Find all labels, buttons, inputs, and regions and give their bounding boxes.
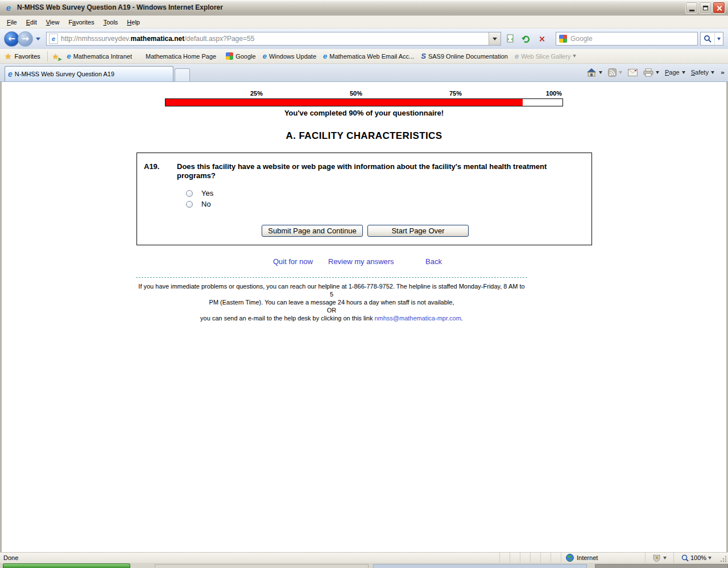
favorite-web-slice-gallery[interactable]: eWeb Slice Gallery [515, 52, 576, 60]
back-link[interactable]: Back [425, 257, 442, 266]
review-my-answers-link[interactable]: Review my answers [328, 257, 394, 266]
rss-feed-icon [608, 68, 617, 77]
chevron-down-icon [682, 71, 685, 74]
submit-page-button[interactable]: Submit Page and Continue [262, 225, 363, 237]
section-title: A. FACILITY CHARACTERISTICS [2, 130, 726, 142]
ie-page-icon: e [323, 52, 327, 60]
quit-for-now-link[interactable]: Quit for now [273, 257, 313, 266]
menu-favorites[interactable]: Favorites [64, 17, 98, 27]
chevron-down-icon [493, 38, 497, 40]
address-bar[interactable]: e http://nmhsssurveydev.mathematica.net/… [46, 32, 501, 46]
print-button[interactable] [640, 65, 662, 79]
feeds-button[interactable] [605, 65, 625, 79]
add-favorite-button[interactable]: ★➤ [52, 51, 59, 61]
favorite-mathematica-home-page[interactable]: Mathematica Home Page [146, 53, 216, 60]
button-row: Submit Page and Continue Start Page Over [262, 225, 469, 237]
window-title: N-MHSS Web Survey Question A19 - Windows… [17, 3, 223, 11]
restore-button[interactable] [699, 2, 712, 14]
forward-button[interactable]: → [18, 31, 33, 47]
favorite-google[interactable]: Google [223, 52, 255, 60]
search-magnifier-icon [704, 35, 712, 43]
search-box[interactable] [556, 32, 698, 46]
favorite-mathematica-intranet[interactable]: eMathematica Intranet [67, 52, 132, 60]
option-yes: Yes [186, 189, 213, 197]
search-button-group [700, 32, 723, 46]
home-button[interactable] [584, 65, 605, 79]
refresh-button[interactable] [519, 32, 533, 46]
radio-yes[interactable] [186, 190, 193, 197]
navigation-bar: ← → e http://nmhsssurveydev.mathematica.… [0, 28, 728, 49]
tab-title: N-MHSS Web Survey Question A19 [15, 71, 114, 77]
mail-icon [628, 69, 638, 76]
minimize-button[interactable] [685, 2, 698, 14]
progress-message: You've completed 90% of your questionnai… [2, 109, 726, 117]
menu-help[interactable]: Help [122, 17, 144, 27]
tick-75: 75% [449, 90, 462, 97]
title-bar: e N-MHSS Web Survey Question A19 - Windo… [0, 0, 728, 15]
address-dropdown-button[interactable] [489, 32, 500, 45]
compatibility-view-button[interactable] [503, 32, 517, 46]
zoom-magnifier-icon [681, 554, 689, 562]
printer-icon [643, 68, 653, 77]
back-button[interactable]: ← [4, 31, 19, 47]
help-email-link[interactable]: nmhss@mathematica-mpr.com [374, 315, 461, 322]
zoom-control[interactable]: 100% [673, 553, 719, 563]
tick-50: 50% [350, 90, 362, 97]
favorite-sas9-documentation[interactable]: SSAS9 Online Documentation [421, 52, 508, 60]
search-options-caret[interactable] [714, 32, 723, 45]
option-no: No [186, 200, 211, 208]
google-favicon-icon [226, 52, 233, 60]
radio-no[interactable] [186, 201, 193, 208]
tab-nmhss-survey[interactable]: e N-MHSS Web Survey Question A19 [5, 66, 173, 81]
progress-tick-labels: 25% 50% 75% 100% [165, 90, 563, 98]
taskbar-button[interactable] [155, 564, 369, 568]
chevron-down-icon [663, 557, 667, 559]
page-menu-button[interactable]: Page [662, 65, 688, 79]
command-bar: Page Safety » [584, 63, 728, 81]
windows-taskbar [0, 563, 728, 568]
chevron-down-icon [619, 71, 622, 74]
compatibility-view-icon [506, 34, 515, 43]
helpline-or: OR [136, 306, 527, 314]
taskbar-button[interactable] [595, 564, 728, 568]
search-input[interactable] [570, 35, 697, 43]
favorite-windows-update[interactable]: eWindows Update [263, 52, 316, 60]
close-button[interactable] [713, 2, 725, 14]
menu-file[interactable]: File [2, 17, 22, 27]
question-text: Does this facility have a website or web… [177, 162, 565, 180]
progress-fill [166, 99, 523, 106]
chevron-down-icon [599, 71, 602, 74]
forward-arrow-icon: → [22, 34, 29, 44]
ie-page-icon-gray: e [515, 52, 519, 60]
menu-tools[interactable]: Tools [99, 17, 123, 27]
search-go-button[interactable] [701, 32, 714, 45]
resize-grip[interactable] [719, 553, 728, 563]
chevron-down-icon [711, 71, 714, 74]
page-document-icon: e [49, 34, 58, 44]
history-dropdown-caret[interactable] [36, 38, 40, 40]
browser-window: e N-MHSS Web Survey Question A19 - Windo… [0, 0, 728, 568]
help-footer: If you have immediate problems or questi… [136, 277, 527, 322]
page-content: 25% 50% 75% 100% You've completed 90% of… [0, 82, 728, 552]
back-arrow-icon: ← [8, 34, 15, 44]
stop-button[interactable] [535, 32, 549, 46]
start-button[interactable] [3, 563, 130, 568]
ie-logo-icon: e [3, 2, 14, 13]
taskbar-button[interactable] [373, 564, 587, 568]
read-mail-button[interactable] [625, 65, 640, 79]
tab-bar: e N-MHSS Web Survey Question A19 Page Sa… [0, 64, 728, 82]
option-yes-label: Yes [201, 189, 213, 197]
favorites-star-icon: ★ [5, 52, 12, 61]
favorites-label[interactable]: Favorites [15, 53, 40, 60]
ie-page-icon: e [263, 52, 267, 60]
menu-view[interactable]: View [42, 17, 64, 27]
menu-edit[interactable]: Edit [22, 17, 42, 27]
protected-mode-button[interactable] [645, 553, 673, 563]
safety-menu-button[interactable]: Safety [688, 65, 717, 79]
start-page-over-button[interactable]: Start Page Over [367, 225, 469, 237]
toolbar-overflow-chevron[interactable]: » [721, 69, 725, 76]
favorite-mathematica-web-email[interactable]: eMathematica Web Email Acc... [323, 52, 414, 60]
restore-icon [703, 6, 708, 10]
menu-bar: File Edit View Favorites Tools Help [0, 16, 728, 28]
new-tab-stub[interactable] [175, 68, 190, 81]
